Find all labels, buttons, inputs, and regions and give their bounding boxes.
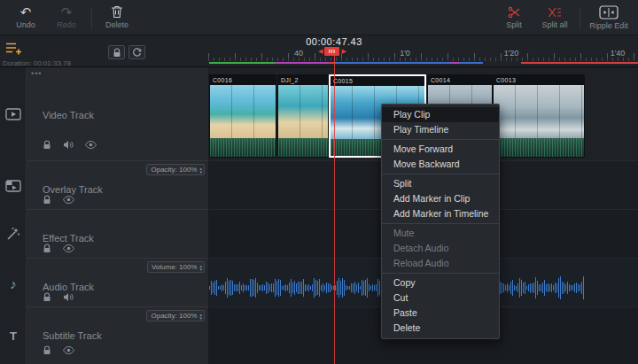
ripple-edit-icon [599,5,619,19]
menu-item-detach-audio[interactable]: Detach Audio [382,241,499,256]
lock-icon[interactable] [43,244,51,253]
eye-icon[interactable] [85,141,97,149]
clip-name: C0014 [428,75,492,85]
lock-icon[interactable] [43,292,51,302]
track-menu-dots[interactable]: ••• [31,69,42,78]
subtitle-track-icon: T [5,329,21,343]
video-track-header: ••• Video Track [27,67,208,161]
menu-item-split[interactable]: Split [382,176,499,191]
stepper-arrows-icon[interactable]: ▴▾ [199,313,202,320]
video-track-icon [5,107,21,121]
ruler-mark: 1'40 [611,49,626,58]
ruler-ticks-minor [208,58,638,61]
effect-track-header: Effect Track [27,210,208,259]
video-editor-window: ↶ Undo ↷ Redo Delete Split Split all [0,0,638,364]
timeline-duration: Duration: 00:01:33.78 [3,59,71,67]
track-label: Video Track [43,110,94,120]
clip-thumbnail [278,85,328,138]
subtitle-track-header: Opacity: 100% ▴▾ Subtitle Track [27,307,208,364]
menu-item-copy[interactable]: Copy [382,275,499,290]
playhead-grip[interactable]: III [324,47,339,56]
track-headers: ••• Video Track Opacity: 100% ▴▾ Overlay… [27,67,208,364]
menu-item-add-marker-in-clip[interactable]: Add Marker in Clip [382,191,499,206]
render-preview-toggle[interactable] [128,45,145,59]
ruler-color-strip-red [521,62,638,64]
playhead-right-arrow-icon[interactable]: ▶ [341,47,346,56]
volume-control[interactable]: Volume: 100% ▴▾ [147,261,205,273]
clip-audio-strip [494,138,584,158]
undo-label: Undo [16,20,35,29]
ripple-edit-button[interactable]: Ripple Edit [585,1,633,35]
playhead-timecode: 00:00:47.43 [290,36,378,47]
track-label: Overlay Track [43,184,103,195]
playhead-line [334,48,335,364]
delete-button[interactable]: Delete [97,1,137,35]
playhead-handle[interactable]: ◀ III ▶ [318,47,346,56]
volume-value: Volume: 100% [152,262,198,272]
toolbar-separator [91,7,92,28]
add-track-button[interactable] [5,42,25,58]
toolbar-separator [580,7,580,28]
menu-item-move-backward[interactable]: Move Backward [382,157,499,172]
menu-item-delete[interactable]: Delete [382,321,499,336]
clip-name: DJI_2 [278,75,328,85]
split-all-button[interactable]: Split all [534,1,575,35]
lock-all-toggle[interactable] [108,45,125,59]
menu-item-mute[interactable]: Mute [382,226,499,241]
track-type-rail: ♪ T [0,67,27,364]
eye-icon[interactable] [63,244,74,252]
ruler-color-strip-blue [335,62,450,64]
menu-item-reload-audio[interactable]: Reload Audio [382,256,499,271]
speaker-icon[interactable] [63,140,74,150]
track-header-icons [43,244,74,253]
clip-name: C0015 [331,76,424,86]
video-clip[interactable]: C0013 [493,74,585,158]
stepper-arrows-icon[interactable]: ▴▾ [199,264,202,271]
ruler-mark: 1'20 [504,49,519,58]
clip-audio-strip [278,138,328,158]
ripple-edit-label: Ripple Edit [589,21,628,30]
lock-icon[interactable] [43,345,51,355]
menu-item-move-forward[interactable]: Move Forward [382,142,499,157]
menu-separator [382,174,499,174]
opacity-control[interactable]: Opacity: 100% ▴▾ [146,310,205,321]
toolbar: ↶ Undo ↷ Redo Delete Split Split all [0,0,638,35]
overlay-track-icon [5,179,21,193]
ruler-mark: 40 [294,49,303,58]
split-label: Split [506,20,522,29]
timeline-ruler[interactable]: 40 1'0 1'20 1'40 [208,48,638,67]
menu-item-add-marker-in-timeline[interactable]: Add Marker in Timeline [382,206,499,221]
menu-separator [382,273,499,274]
undo-button[interactable]: ↶ Undo [5,1,46,35]
redo-label: Redo [57,20,76,29]
menu-separator [382,139,499,140]
opacity-control[interactable]: Opacity: 100% ▴▾ [146,164,205,175]
audio-track-header: Volume: 100% ▴▾ Audio Track [27,259,208,307]
undo-icon: ↶ [20,5,32,19]
lock-icon[interactable] [43,140,51,150]
redo-button[interactable]: ↷ Redo [46,1,87,35]
delete-label: Delete [105,20,128,29]
video-clip[interactable]: C0016 [209,74,276,158]
menu-item-play-clip[interactable]: Play Clip [382,107,499,122]
stepper-arrows-icon[interactable]: ▴▾ [199,167,202,174]
overlay-track-header: Opacity: 100% ▴▾ Overlay Track [27,161,208,210]
menu-item-play-timeline[interactable]: Play Timeline [382,122,499,137]
menu-item-cut[interactable]: Cut [382,290,499,306]
playhead-left-arrow-icon[interactable]: ◀ [318,47,323,56]
split-all-icon [548,6,562,19]
track-header-icons [43,345,74,355]
lock-icon[interactable] [43,195,51,205]
track-header-icons [43,292,74,302]
split-button[interactable]: Split [494,1,534,35]
eye-icon[interactable] [63,196,74,204]
menu-item-paste[interactable]: Paste [382,306,499,321]
video-clip[interactable]: DJI_2 [277,74,329,158]
clip-thumbnail [494,85,584,138]
ruler-mark: 1'0 [400,49,410,58]
speaker-icon[interactable] [63,292,74,302]
eye-icon[interactable] [63,346,74,354]
clip-name: C0013 [494,75,584,85]
scissors-icon [508,6,521,19]
track-label: Audio Track [43,282,94,292]
